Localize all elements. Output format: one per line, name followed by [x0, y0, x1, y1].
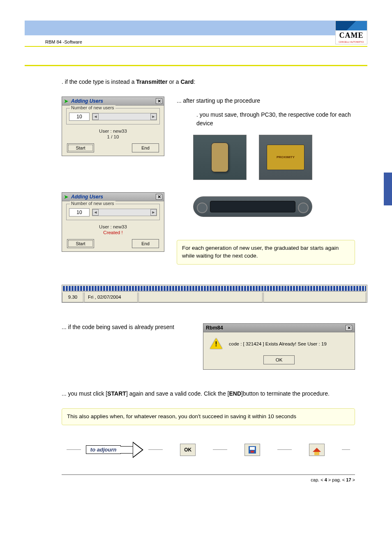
status-time: 9.30 — [62, 292, 83, 302]
slider-track[interactable]: ◄ ► — [92, 113, 157, 120]
adding-users-dialog-1: ➤ Adding Users ✕ Number of new users 10 … — [62, 97, 164, 156]
para3-post: ]button to terminate the procedure. — [241, 390, 330, 397]
status-empty-2 — [263, 292, 366, 302]
para3-mid: ] again and save a valid code. Click the… — [126, 390, 229, 397]
close-icon[interactable]: ✕ — [156, 194, 162, 200]
dialog1-progress: 1 / 10 — [66, 134, 160, 139]
num-users-input[interactable]: 10 — [69, 113, 90, 121]
logo-text: CAME — [336, 30, 367, 41]
home-icon — [313, 448, 321, 452]
start-button[interactable]: Start — [67, 143, 94, 152]
intro-bold-transmitter: Transmitter — [136, 78, 167, 85]
receiver-image — [193, 196, 312, 217]
para3-end: END — [229, 390, 241, 397]
intro-prefix: . if the code type is instead a — [62, 78, 136, 85]
para3-start: START — [107, 390, 126, 397]
start-button[interactable]: Start — [67, 239, 94, 248]
error-dialog: Rbm84 ✕ code : [ 321424 ] Exists Already… — [203, 323, 355, 370]
end-button[interactable]: End — [132, 239, 159, 248]
footer-pag: 17 — [346, 477, 351, 482]
right-text-1: ... after starting up the procedure — [177, 97, 355, 105]
intro-bold-card: Card — [181, 78, 194, 85]
para-start-end: ... you must click [START] again and sav… — [62, 390, 355, 397]
warning-icon — [210, 338, 222, 350]
dialog1-user-line: User : new33 — [66, 129, 160, 134]
close-icon[interactable]: ✕ — [156, 98, 162, 104]
flag-icon: ➤ — [64, 98, 69, 104]
save-icon — [249, 446, 256, 454]
status-date: Fri , 02/07/2004 — [84, 292, 138, 302]
doc-title: RBM 84 -Software — [25, 36, 367, 47]
ok-button[interactable]: OK — [263, 355, 295, 364]
status-bar: 9.30 Fri , 02/07/2004 — [62, 285, 367, 303]
dialog2-legend: Number of new users — [70, 201, 115, 206]
error-message-text: code : [ 321424 ] Exists Already! See Us… — [229, 341, 327, 346]
proximity-card-image — [259, 135, 312, 180]
error-dialog-title: Rbm84 — [206, 325, 223, 331]
header-bar — [25, 21, 367, 35]
transmitter-image — [193, 135, 247, 180]
slider-right-icon[interactable]: ► — [150, 113, 157, 120]
page-footer: cap. < 4 > pag. < 17 > — [62, 474, 355, 482]
slider-left-icon[interactable]: ◄ — [92, 113, 99, 120]
intro-suffix: : — [194, 78, 195, 85]
status-empty-1 — [138, 292, 263, 302]
para3-pre: ... you must click [ — [62, 390, 107, 397]
home-toolbar-button[interactable] — [309, 444, 325, 456]
adding-users-dialog-2: ➤ Adding Users ✕ Number of new users 10 … — [62, 192, 164, 252]
ok-toolbar-button[interactable]: OK — [180, 444, 196, 456]
progress-stripes — [63, 286, 366, 292]
end-button[interactable]: End — [132, 143, 159, 152]
footer-pre: cap. < — [311, 477, 324, 482]
dialog1-title: Adding Users — [71, 98, 153, 104]
num-users-input[interactable]: 10 — [69, 208, 90, 216]
footer-mid: > pag. < — [327, 477, 346, 482]
logo-subtext: CANCELLI AUTOMATICI — [336, 41, 367, 44]
dialog1-legend: Number of new users — [70, 105, 115, 110]
intro-text: . if the code type is instead a Transmit… — [62, 78, 355, 85]
slider-track[interactable]: ◄ ► — [92, 209, 157, 216]
dialog2-user-line: User : new33 — [66, 224, 160, 229]
ok-label: OK — [184, 447, 191, 453]
dialog2-created: Created ! — [66, 230, 160, 235]
flag-icon: ➤ — [64, 193, 69, 200]
intro-mid: or a — [168, 78, 181, 85]
side-tab — [384, 173, 392, 205]
came-logo: CAME CANCELLI AUTOMATICI — [335, 21, 367, 44]
slider-right-icon[interactable]: ► — [150, 209, 157, 216]
dialog2-title: Adding Users — [71, 194, 153, 200]
right-text-2: . you must save, through PC30, the respe… — [177, 111, 355, 127]
close-icon[interactable]: ✕ — [346, 325, 352, 331]
adjourn-label: to adjourn — [86, 445, 121, 454]
para-code-present: ... if the code being saved is already p… — [62, 323, 178, 332]
footer-post: > — [351, 477, 355, 482]
note-ten-seconds: This also applies when, for whatever rea… — [62, 408, 355, 425]
adjourn-arrow: to adjourn — [86, 442, 144, 458]
note-graduated-bar: For each generation of new user, the gra… — [177, 240, 355, 265]
slider-left-icon[interactable]: ◄ — [92, 209, 99, 216]
save-toolbar-button[interactable] — [244, 444, 260, 456]
